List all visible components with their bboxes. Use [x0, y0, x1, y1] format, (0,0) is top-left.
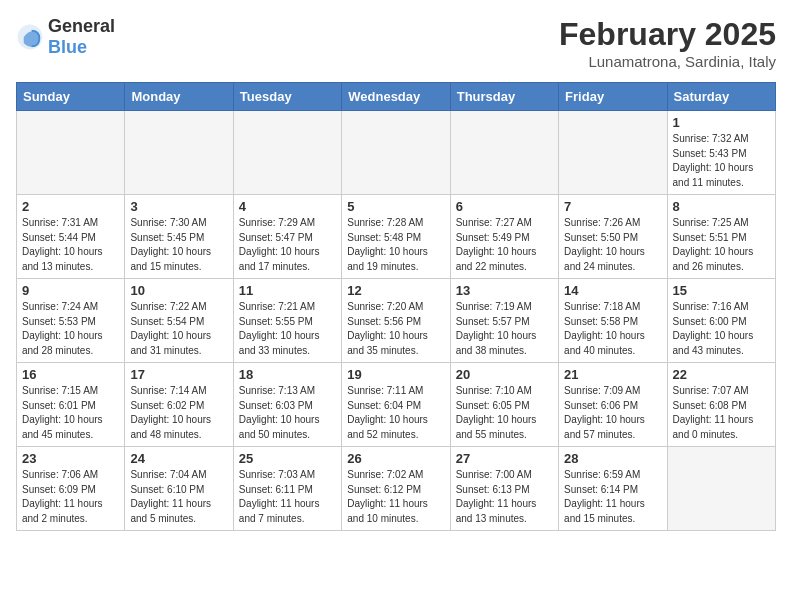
logo-general: General	[48, 16, 115, 36]
calendar-cell: 26Sunrise: 7:02 AM Sunset: 6:12 PM Dayli…	[342, 447, 450, 531]
day-info: Sunrise: 7:13 AM Sunset: 6:03 PM Dayligh…	[239, 384, 336, 442]
day-number: 8	[673, 199, 770, 214]
day-info: Sunrise: 7:16 AM Sunset: 6:00 PM Dayligh…	[673, 300, 770, 358]
calendar-cell: 18Sunrise: 7:13 AM Sunset: 6:03 PM Dayli…	[233, 363, 341, 447]
day-number: 27	[456, 451, 553, 466]
day-info: Sunrise: 7:18 AM Sunset: 5:58 PM Dayligh…	[564, 300, 661, 358]
day-info: Sunrise: 7:14 AM Sunset: 6:02 PM Dayligh…	[130, 384, 227, 442]
day-info: Sunrise: 7:03 AM Sunset: 6:11 PM Dayligh…	[239, 468, 336, 526]
day-number: 9	[22, 283, 119, 298]
weekday-header-sunday: Sunday	[17, 83, 125, 111]
day-info: Sunrise: 7:10 AM Sunset: 6:05 PM Dayligh…	[456, 384, 553, 442]
calendar-cell	[559, 111, 667, 195]
day-info: Sunrise: 6:59 AM Sunset: 6:14 PM Dayligh…	[564, 468, 661, 526]
calendar-cell: 21Sunrise: 7:09 AM Sunset: 6:06 PM Dayli…	[559, 363, 667, 447]
day-info: Sunrise: 7:31 AM Sunset: 5:44 PM Dayligh…	[22, 216, 119, 274]
calendar-cell: 1Sunrise: 7:32 AM Sunset: 5:43 PM Daylig…	[667, 111, 775, 195]
calendar-cell: 12Sunrise: 7:20 AM Sunset: 5:56 PM Dayli…	[342, 279, 450, 363]
day-info: Sunrise: 7:06 AM Sunset: 6:09 PM Dayligh…	[22, 468, 119, 526]
day-info: Sunrise: 7:27 AM Sunset: 5:49 PM Dayligh…	[456, 216, 553, 274]
calendar-cell	[667, 447, 775, 531]
calendar-week-4: 16Sunrise: 7:15 AM Sunset: 6:01 PM Dayli…	[17, 363, 776, 447]
calendar-cell: 19Sunrise: 7:11 AM Sunset: 6:04 PM Dayli…	[342, 363, 450, 447]
day-number: 6	[456, 199, 553, 214]
calendar-week-1: 1Sunrise: 7:32 AM Sunset: 5:43 PM Daylig…	[17, 111, 776, 195]
calendar-cell: 20Sunrise: 7:10 AM Sunset: 6:05 PM Dayli…	[450, 363, 558, 447]
day-number: 4	[239, 199, 336, 214]
month-year: February 2025	[559, 16, 776, 53]
calendar-cell: 6Sunrise: 7:27 AM Sunset: 5:49 PM Daylig…	[450, 195, 558, 279]
day-info: Sunrise: 7:24 AM Sunset: 5:53 PM Dayligh…	[22, 300, 119, 358]
weekday-header-wednesday: Wednesday	[342, 83, 450, 111]
day-info: Sunrise: 7:32 AM Sunset: 5:43 PM Dayligh…	[673, 132, 770, 190]
weekday-header-tuesday: Tuesday	[233, 83, 341, 111]
day-info: Sunrise: 7:29 AM Sunset: 5:47 PM Dayligh…	[239, 216, 336, 274]
day-info: Sunrise: 7:04 AM Sunset: 6:10 PM Dayligh…	[130, 468, 227, 526]
calendar-week-2: 2Sunrise: 7:31 AM Sunset: 5:44 PM Daylig…	[17, 195, 776, 279]
page-header: General Blue February 2025 Lunamatrona, …	[16, 16, 776, 70]
day-number: 21	[564, 367, 661, 382]
calendar-cell	[233, 111, 341, 195]
day-info: Sunrise: 7:07 AM Sunset: 6:08 PM Dayligh…	[673, 384, 770, 442]
day-number: 17	[130, 367, 227, 382]
calendar-week-5: 23Sunrise: 7:06 AM Sunset: 6:09 PM Dayli…	[17, 447, 776, 531]
weekday-header-thursday: Thursday	[450, 83, 558, 111]
logo-icon	[16, 23, 44, 51]
calendar-cell: 16Sunrise: 7:15 AM Sunset: 6:01 PM Dayli…	[17, 363, 125, 447]
day-number: 1	[673, 115, 770, 130]
title-block: February 2025 Lunamatrona, Sardinia, Ita…	[559, 16, 776, 70]
day-number: 14	[564, 283, 661, 298]
logo: General Blue	[16, 16, 115, 58]
day-number: 2	[22, 199, 119, 214]
calendar-cell: 2Sunrise: 7:31 AM Sunset: 5:44 PM Daylig…	[17, 195, 125, 279]
day-number: 7	[564, 199, 661, 214]
day-info: Sunrise: 7:20 AM Sunset: 5:56 PM Dayligh…	[347, 300, 444, 358]
calendar-cell: 22Sunrise: 7:07 AM Sunset: 6:08 PM Dayli…	[667, 363, 775, 447]
calendar-cell: 8Sunrise: 7:25 AM Sunset: 5:51 PM Daylig…	[667, 195, 775, 279]
weekday-header-row: SundayMondayTuesdayWednesdayThursdayFrid…	[17, 83, 776, 111]
day-number: 10	[130, 283, 227, 298]
day-number: 24	[130, 451, 227, 466]
day-number: 11	[239, 283, 336, 298]
calendar-cell: 24Sunrise: 7:04 AM Sunset: 6:10 PM Dayli…	[125, 447, 233, 531]
calendar-cell: 9Sunrise: 7:24 AM Sunset: 5:53 PM Daylig…	[17, 279, 125, 363]
calendar-cell: 3Sunrise: 7:30 AM Sunset: 5:45 PM Daylig…	[125, 195, 233, 279]
calendar-cell: 27Sunrise: 7:00 AM Sunset: 6:13 PM Dayli…	[450, 447, 558, 531]
logo-blue: Blue	[48, 37, 87, 57]
calendar-cell: 4Sunrise: 7:29 AM Sunset: 5:47 PM Daylig…	[233, 195, 341, 279]
weekday-header-saturday: Saturday	[667, 83, 775, 111]
calendar-cell: 15Sunrise: 7:16 AM Sunset: 6:00 PM Dayli…	[667, 279, 775, 363]
day-number: 20	[456, 367, 553, 382]
day-info: Sunrise: 7:19 AM Sunset: 5:57 PM Dayligh…	[456, 300, 553, 358]
day-info: Sunrise: 7:28 AM Sunset: 5:48 PM Dayligh…	[347, 216, 444, 274]
calendar-cell: 17Sunrise: 7:14 AM Sunset: 6:02 PM Dayli…	[125, 363, 233, 447]
calendar-cell	[17, 111, 125, 195]
day-number: 12	[347, 283, 444, 298]
calendar-cell: 28Sunrise: 6:59 AM Sunset: 6:14 PM Dayli…	[559, 447, 667, 531]
day-info: Sunrise: 7:25 AM Sunset: 5:51 PM Dayligh…	[673, 216, 770, 274]
calendar-table: SundayMondayTuesdayWednesdayThursdayFrid…	[16, 82, 776, 531]
day-number: 25	[239, 451, 336, 466]
day-info: Sunrise: 7:00 AM Sunset: 6:13 PM Dayligh…	[456, 468, 553, 526]
weekday-header-friday: Friday	[559, 83, 667, 111]
calendar-cell: 10Sunrise: 7:22 AM Sunset: 5:54 PM Dayli…	[125, 279, 233, 363]
day-number: 22	[673, 367, 770, 382]
location: Lunamatrona, Sardinia, Italy	[559, 53, 776, 70]
day-number: 13	[456, 283, 553, 298]
day-number: 5	[347, 199, 444, 214]
day-number: 19	[347, 367, 444, 382]
day-info: Sunrise: 7:21 AM Sunset: 5:55 PM Dayligh…	[239, 300, 336, 358]
calendar-cell: 11Sunrise: 7:21 AM Sunset: 5:55 PM Dayli…	[233, 279, 341, 363]
calendar-cell: 7Sunrise: 7:26 AM Sunset: 5:50 PM Daylig…	[559, 195, 667, 279]
calendar-cell	[342, 111, 450, 195]
day-number: 28	[564, 451, 661, 466]
calendar-week-3: 9Sunrise: 7:24 AM Sunset: 5:53 PM Daylig…	[17, 279, 776, 363]
day-number: 23	[22, 451, 119, 466]
calendar-cell: 23Sunrise: 7:06 AM Sunset: 6:09 PM Dayli…	[17, 447, 125, 531]
logo-text: General Blue	[48, 16, 115, 58]
day-info: Sunrise: 7:30 AM Sunset: 5:45 PM Dayligh…	[130, 216, 227, 274]
calendar-cell: 5Sunrise: 7:28 AM Sunset: 5:48 PM Daylig…	[342, 195, 450, 279]
calendar-cell: 25Sunrise: 7:03 AM Sunset: 6:11 PM Dayli…	[233, 447, 341, 531]
day-info: Sunrise: 7:02 AM Sunset: 6:12 PM Dayligh…	[347, 468, 444, 526]
weekday-header-monday: Monday	[125, 83, 233, 111]
